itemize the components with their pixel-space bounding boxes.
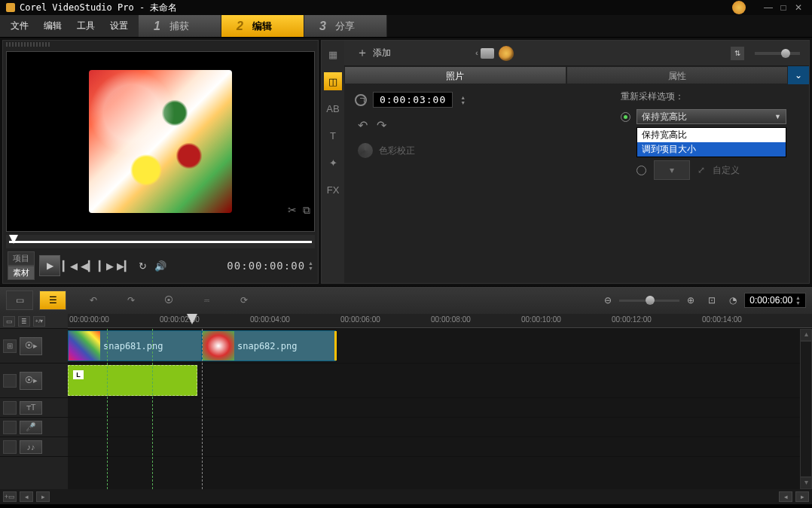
transition-icon[interactable]: ◫ [324, 72, 342, 90]
prev-frame-button[interactable]: ◀▎ [80, 257, 96, 274]
next-frame-button[interactable]: ▎▶ [98, 257, 114, 274]
graphics-icon[interactable]: ✦ [324, 154, 342, 172]
thumbnail-size-slider[interactable] [755, 52, 800, 55]
add-button[interactable]: ＋ 添加 [350, 44, 397, 62]
rotate-right-icon[interactable]: ↷ [377, 118, 386, 132]
track-visibility-icon[interactable] [3, 440, 17, 454]
title-track-header[interactable]: ᴛT [0, 398, 68, 418]
track-visibility-icon[interactable] [3, 374, 17, 388]
preview-canvas[interactable] [6, 51, 315, 232]
crop-box-icon[interactable]: ▾ [654, 160, 690, 180]
music-track-icon[interactable]: ♪♪ [20, 440, 42, 454]
video-clip-1[interactable]: snap681.png [68, 330, 202, 361]
video-track-icon[interactable]: ⦿▸ [20, 337, 42, 355]
chevrons-left-icon[interactable]: ‹‹ [475, 49, 476, 57]
media-library-icon[interactable]: ▦ [324, 45, 342, 63]
scroll-left-icon[interactable]: ◂ [20, 491, 33, 502]
track-visibility-icon[interactable]: ⊞ [3, 339, 17, 353]
batch-convert-button[interactable]: ⟳ [234, 291, 255, 309]
add-track-icon[interactable]: +▭ [3, 491, 17, 502]
storyboard-mode-button[interactable]: ▭ [6, 291, 33, 310]
volume-button[interactable]: 🔊 [152, 257, 169, 274]
scroll-down-icon[interactable]: ▾ [800, 477, 812, 489]
vertical-scrollbar[interactable]: ▴ ▾ [800, 329, 812, 489]
zoom-knob-icon[interactable] [646, 296, 655, 305]
track-body[interactable]: snap681.png snap682.png L ▴ [68, 329, 812, 489]
minimize-button[interactable]: — [761, 2, 776, 13]
step-capture[interactable]: 1 捕获 [139, 15, 221, 37]
go-start-button[interactable]: ▎◀ [62, 257, 78, 274]
menu-tools[interactable]: 工具 [69, 17, 102, 35]
preview-timecode[interactable]: 00:00:00:00 [227, 260, 305, 272]
overlay-lane[interactable]: L [68, 364, 812, 398]
fit-timeline-icon[interactable]: ⊡ [708, 295, 716, 306]
video-lane[interactable]: snap681.png snap682.png [68, 329, 812, 364]
close-button[interactable]: ✕ [791, 2, 806, 13]
radio-resample[interactable] [621, 112, 630, 122]
duration-field[interactable]: 0:00:03:00 [373, 92, 453, 108]
record-button[interactable]: ⦿ [158, 291, 179, 309]
expand-button[interactable]: ⌄ [788, 66, 809, 84]
mode-project[interactable]: 项目 [8, 251, 35, 266]
folder-icon[interactable] [481, 48, 494, 59]
resample-combo[interactable]: 保持宽高比 [636, 109, 786, 124]
music-track-header[interactable]: ♪♪ [0, 437, 68, 457]
tab-photo[interactable]: 照片 [344, 66, 566, 84]
zoom-slider[interactable] [619, 300, 679, 302]
radio-custom[interactable] [636, 166, 646, 175]
title-icon[interactable]: AB [324, 99, 342, 117]
go-end-button[interactable]: ▶▎ [116, 257, 133, 274]
spinner-down-icon[interactable]: ▼ [795, 300, 801, 306]
voice-lane[interactable] [68, 418, 812, 437]
spinner-down-icon[interactable]: ▼ [308, 266, 313, 271]
video-track-header[interactable]: ⊞ ⦿▸ [0, 329, 68, 364]
repeat-button[interactable]: ↻ [134, 257, 151, 274]
overlay-clip[interactable]: L [68, 365, 197, 396]
time-ruler[interactable]: 00:00:00:00 00:00:02:00 00:00:04:00 00:0… [68, 314, 812, 328]
scissors-icon[interactable]: ✂ [288, 204, 297, 217]
scroll-left-end-icon[interactable]: ◂ [779, 491, 792, 502]
tab-attributes[interactable]: 属性 [566, 66, 789, 84]
music-lane[interactable] [68, 437, 812, 457]
play-button[interactable]: ▶ [39, 255, 60, 276]
zoom-in-icon[interactable]: ⊕ [687, 295, 694, 306]
maximize-button[interactable]: □ [776, 2, 791, 13]
dropdown-option-fit-project[interactable]: 调到项目大小 [637, 142, 786, 157]
view-toggle-icon[interactable]: ▭ [3, 316, 15, 327]
overlay-track-icon[interactable]: ⦿▸ [20, 372, 42, 390]
voice-track-icon[interactable]: 🎤 [20, 421, 42, 434]
pan-zoom-icon[interactable]: ⤢ [698, 165, 705, 175]
audio-mixer-button[interactable]: ⎓ [196, 291, 217, 309]
spinner-up-icon[interactable]: ▲ [460, 95, 466, 100]
text-icon[interactable]: T [324, 126, 342, 144]
list-toggle-icon[interactable]: ≣ [18, 316, 30, 327]
mode-clip[interactable]: 素材 [8, 266, 35, 280]
fx-icon[interactable]: FX [324, 181, 342, 199]
slider-knob-icon[interactable] [781, 49, 790, 58]
scroll-right-icon[interactable]: ▸ [36, 491, 50, 502]
step-edit[interactable]: 2 编辑 [221, 15, 304, 37]
spinner-down-icon[interactable]: ▼ [460, 100, 466, 105]
video-clip-2[interactable]: snap682.png [202, 330, 336, 361]
timeline-mode-button[interactable]: ☰ [39, 291, 66, 310]
track-visibility-icon[interactable] [3, 401, 17, 415]
menu-settings[interactable]: 设置 [102, 17, 136, 35]
multi-trim-icon[interactable]: ⧉ [303, 204, 310, 217]
add-marker-icon[interactable]: +/▾ [33, 316, 45, 327]
step-share[interactable]: 3 分享 [304, 15, 387, 37]
track-visibility-icon[interactable] [3, 421, 17, 434]
redo-button[interactable]: ↷ [121, 291, 142, 309]
zoom-out-icon[interactable]: ⊖ [604, 295, 612, 306]
menu-edit[interactable]: 编辑 [36, 17, 69, 35]
project-duration[interactable]: 0:00:06:00 ▲ ▼ [744, 293, 806, 308]
grip-icon[interactable] [6, 42, 51, 47]
sort-button[interactable]: ⇅ [731, 47, 744, 60]
spinner-up-icon[interactable]: ▲ [308, 260, 313, 266]
cookie-icon[interactable] [499, 46, 514, 61]
scroll-right-end-icon[interactable]: ▸ [795, 491, 809, 502]
overlay-track-header[interactable]: ⦿▸ [0, 364, 68, 398]
menu-file[interactable]: 文件 [3, 17, 36, 35]
rotate-left-icon[interactable]: ↶ [358, 118, 368, 132]
playhead-line[interactable] [202, 329, 203, 489]
title-lane[interactable] [68, 398, 812, 418]
